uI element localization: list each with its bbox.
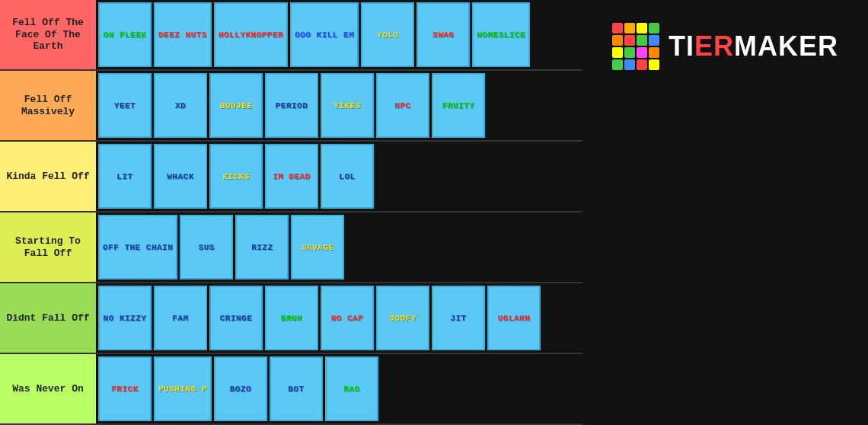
tier-item[interactable]: BOT — [270, 356, 323, 421]
tier-item[interactable]: NO CAP — [321, 286, 374, 350]
logo-cell — [649, 59, 659, 70]
tier-item[interactable]: SAVAGE — [291, 215, 344, 280]
logo-cell — [649, 23, 659, 34]
tier-item[interactable]: FAM — [154, 286, 207, 350]
tier-item[interactable]: FRICK — [98, 356, 152, 421]
tier-text: Ti — [669, 30, 694, 62]
er-text: ER — [694, 30, 734, 62]
maker-text: MAKER — [734, 30, 838, 62]
tier-items-was-never: FRICKPUSHING PBOZOBOTRAO — [96, 354, 582, 423]
logo-cell — [637, 23, 647, 34]
logo-cell — [624, 23, 635, 34]
tier-label-fell-off-face: Fell Off The Face Of The Earth — [0, 0, 96, 69]
tier-item[interactable]: HOLLYKNOPPER — [214, 2, 288, 67]
tier-item[interactable]: NPC — [376, 73, 429, 138]
tier-item[interactable]: OOO KILL EM — [290, 2, 359, 67]
tier-table: Fell Off The Face Of The EarthON FLEEKDE… — [0, 0, 582, 425]
tier-items-fell-off-massively: YEETXDBOUJEEPERIODYIKESNPCFRUITY — [96, 71, 582, 140]
tier-item[interactable]: DEEZ NUTS — [154, 2, 212, 67]
tier-item[interactable]: LIT — [98, 144, 152, 209]
logo-cell — [649, 47, 659, 58]
tier-item[interactable]: BRUH — [265, 286, 318, 350]
logo-cell — [612, 35, 623, 46]
tier-item[interactable]: XD — [154, 73, 207, 138]
tier-item[interactable]: FRUITY — [432, 73, 485, 138]
logo-cell — [649, 35, 659, 46]
tier-item[interactable]: BOZO — [214, 356, 267, 421]
tier-item[interactable]: IM DEAD — [265, 144, 318, 209]
tier-row-didnt-fall: Didnt Fall OffNO KIZZYFAMCRINGEBRUHNO CA… — [0, 283, 582, 354]
logo-cell — [612, 59, 623, 70]
tier-label-fell-off-massively: Fell Off Massively — [0, 71, 96, 140]
tier-item[interactable]: YOLO — [361, 2, 414, 67]
logo-grid — [612, 23, 659, 70]
tier-item[interactable]: SUS — [180, 215, 233, 280]
right-panel: TiERMAKER — [582, 0, 868, 425]
tier-item[interactable]: WHACK — [154, 144, 207, 209]
tier-item[interactable]: KICKS — [209, 144, 263, 209]
tier-item[interactable]: SWAG — [416, 2, 470, 67]
logo-cell — [612, 23, 623, 34]
logo-cell — [637, 35, 647, 46]
tier-row-fell-off-face: Fell Off The Face Of The EarthON FLEEKDE… — [0, 0, 582, 71]
tier-items-fell-off-face: ON FLEEKDEEZ NUTSHOLLYKNOPPEROOO KILL EM… — [96, 0, 582, 69]
tier-item[interactable]: UGLAHH — [487, 286, 541, 350]
logo-cell — [612, 47, 623, 58]
tier-label-was-never: Was Never On — [0, 354, 96, 423]
tiermaker-logo: TiERMAKER — [612, 23, 838, 70]
tier-item[interactable]: YEET — [98, 73, 152, 138]
tier-item[interactable]: JIT — [432, 286, 485, 350]
tier-item[interactable]: PERIOD — [265, 73, 318, 138]
app-container: Fell Off The Face Of The EarthON FLEEKDE… — [0, 0, 868, 425]
tier-label-kinda-fell: Kinda Fell Off — [0, 142, 96, 211]
logo-cell — [624, 47, 635, 58]
logo-cell — [637, 59, 647, 70]
logo-text: TiERMAKER — [669, 30, 838, 62]
tier-item[interactable]: RIZZ — [235, 215, 289, 280]
tier-row-fell-off-massively: Fell Off MassivelyYEETXDBOUJEEPERIODYIKE… — [0, 71, 582, 142]
tier-items-starting-fall: OFF THE CHAINSUSRIZZSAVAGE — [96, 212, 582, 282]
tier-items-didnt-fall: NO KIZZYFAMCRINGEBRUHNO CAPGOOFYJITUGLAH… — [96, 283, 582, 353]
tier-item[interactable]: NO KIZZY — [98, 286, 152, 350]
tier-item[interactable]: RAO — [325, 356, 378, 421]
tier-row-was-never: Was Never OnFRICKPUSHING PBOZOBOTRAO — [0, 354, 582, 425]
tier-item[interactable]: ON FLEEK — [98, 2, 152, 67]
logo-cell — [637, 47, 647, 58]
tier-item[interactable]: OFF THE CHAIN — [98, 215, 177, 280]
tier-item[interactable]: BOUJEE — [209, 73, 263, 138]
tier-item[interactable]: YIKES — [321, 73, 374, 138]
tier-label-didnt-fall: Didnt Fall Off — [0, 283, 96, 353]
logo-cell — [624, 35, 635, 46]
tier-item[interactable]: LOL — [321, 144, 374, 209]
tier-row-kinda-fell: Kinda Fell OffLITWHACKKICKSIM DEADLOL — [0, 142, 582, 212]
tier-label-starting-fall: Starting To Fall Off — [0, 212, 96, 282]
logo-cell — [624, 59, 635, 70]
tier-items-kinda-fell: LITWHACKKICKSIM DEADLOL — [96, 142, 582, 211]
tier-item[interactable]: GOOFY — [376, 286, 429, 350]
tier-item[interactable]: CRINGE — [209, 286, 263, 350]
tier-row-starting-fall: Starting To Fall OffOFF THE CHAINSUSRIZZ… — [0, 212, 582, 283]
tier-item[interactable]: HOMESLICE — [472, 2, 530, 67]
tier-item[interactable]: PUSHING P — [154, 356, 212, 421]
